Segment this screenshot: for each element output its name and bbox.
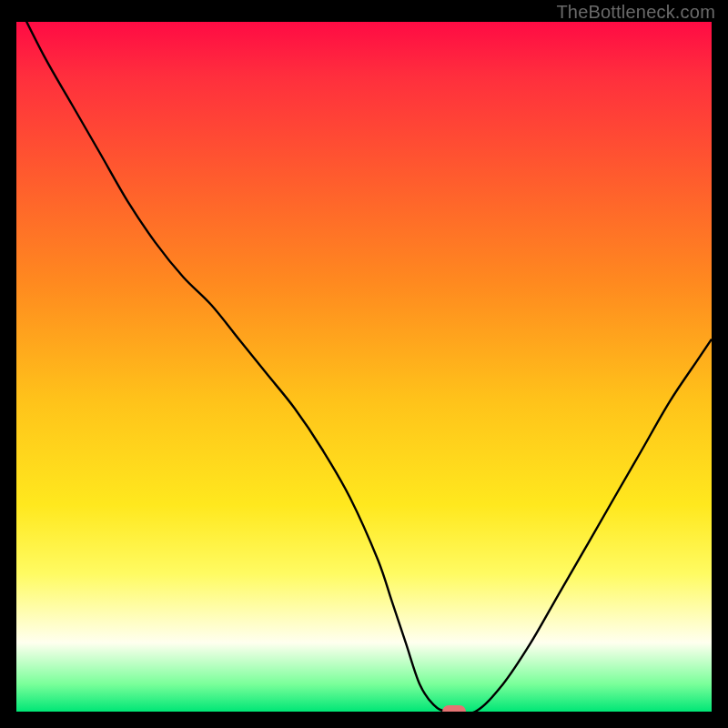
optimal-point-marker — [442, 705, 466, 712]
curve-path — [16, 22, 712, 712]
plot-area — [16, 22, 712, 712]
watermark-text: TheBottleneck.com — [556, 2, 715, 23]
bottleneck-curve — [16, 22, 712, 712]
chart-frame: TheBottleneck.com — [0, 0, 728, 728]
